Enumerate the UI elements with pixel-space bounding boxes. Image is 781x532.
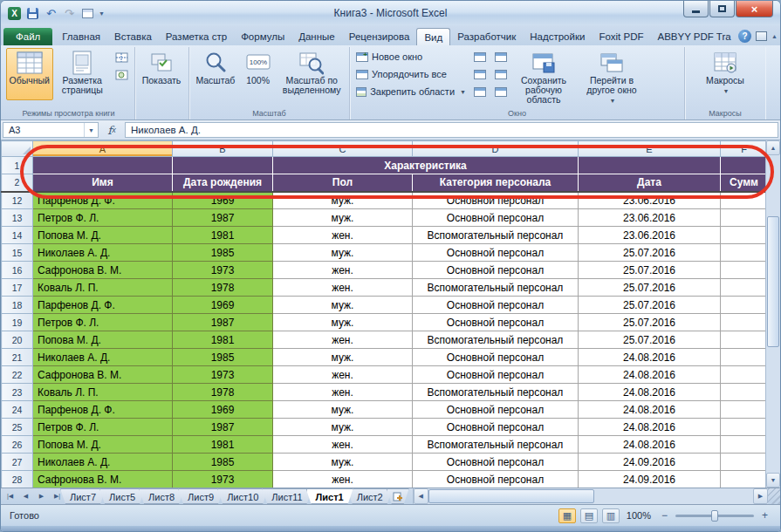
cell-year[interactable]: 1985 (173, 244, 273, 262)
cell-date[interactable]: 24.08.2016 (579, 384, 721, 401)
header-cell-category[interactable]: Категория персонала (413, 174, 579, 192)
cell-gender[interactable]: муж. (273, 419, 413, 436)
cell-gender[interactable]: жен. (273, 384, 413, 401)
tab-file[interactable]: Файл (3, 28, 52, 45)
sheet-tab-list10[interactable]: Лист10 (217, 488, 268, 504)
header-cell-sum[interactable]: Сумм (721, 174, 768, 192)
cell-year[interactable]: 1978 (173, 384, 273, 401)
cell-category[interactable]: Основной персонал (413, 209, 579, 227)
cell-sum[interactable] (721, 419, 768, 436)
scroll-right-icon[interactable]: ▶ (753, 488, 768, 504)
help-button[interactable]: ? (738, 30, 751, 43)
scroll-left-icon[interactable]: ◀ (414, 488, 428, 504)
quick-print-icon[interactable] (80, 6, 95, 21)
header-cell-date[interactable]: Дата (579, 174, 721, 192)
cell-date[interactable]: 23.06.2016 (579, 192, 721, 209)
reset-window-position-button[interactable] (491, 84, 510, 100)
sheet-tab-list1[interactable]: Лист1 (306, 488, 353, 504)
cell-category[interactable]: Вспомогательный персонал (413, 384, 579, 401)
cell-date[interactable]: 24.08.2016 (579, 366, 721, 384)
column-header-C[interactable]: C (273, 141, 413, 157)
cell-gender[interactable]: муж. (273, 297, 413, 314)
zoom-to-selection-button[interactable]: Масштаб по выделенному (277, 48, 346, 100)
cell-name[interactable]: Петров Ф. Л. (33, 419, 173, 436)
unhide-window-button[interactable] (470, 84, 490, 100)
cell-name[interactable]: Петров Ф. Л. (33, 314, 173, 331)
cell-year[interactable]: 1969 (173, 297, 273, 314)
column-header-E[interactable]: E (579, 141, 721, 157)
cell-sum[interactable] (721, 314, 768, 331)
cell-date[interactable]: 23.06.2016 (579, 227, 721, 244)
header-cell-birth[interactable]: Дата рождения (173, 174, 273, 192)
row-header[interactable]: 1 (2, 157, 33, 174)
cell-category[interactable]: Основной персонал (413, 401, 579, 419)
cell-year[interactable]: 1981 (173, 227, 273, 244)
macros-button[interactable]: Макросы ▼ (700, 48, 750, 100)
sheet-tab-list11[interactable]: Лист11 (262, 488, 312, 504)
row-header[interactable]: 25 (2, 419, 33, 436)
cell-category[interactable]: Основной персонал (413, 244, 579, 262)
cell[interactable] (173, 157, 273, 174)
cell-category[interactable]: Основной персонал (413, 419, 579, 436)
cell[interactable] (721, 157, 768, 174)
row-header[interactable]: 18 (2, 297, 33, 314)
cell-gender[interactable]: жен. (273, 366, 413, 384)
cell-category[interactable]: Основной персонал (413, 454, 579, 471)
show-button[interactable]: Показать (139, 48, 184, 100)
row-header[interactable]: 15 (2, 244, 33, 262)
merged-header-cell[interactable]: Характеристика (273, 157, 579, 174)
row-header[interactable]: 13 (2, 209, 33, 227)
cell-name[interactable]: Николаев А. Д. (33, 349, 173, 366)
cell-category[interactable]: Основной персонал (413, 314, 579, 331)
zoom-button[interactable]: Масштаб (193, 48, 238, 100)
column-header-D[interactable]: D (413, 141, 579, 157)
synchronous-scrolling-button[interactable] (491, 66, 510, 83)
close-button[interactable]: × (736, 1, 773, 17)
vertical-scroll-thumb[interactable] (767, 216, 779, 347)
cell-gender[interactable]: муж. (273, 192, 413, 209)
vertical-scrollbar[interactable]: ▲ ▼ (765, 140, 780, 488)
cell-date[interactable]: 25.07.2016 (579, 279, 721, 297)
insert-worksheet-tab[interactable] (387, 488, 409, 504)
row-header[interactable]: 21 (2, 349, 33, 366)
cell-sum[interactable] (721, 279, 768, 297)
page-layout-view-button[interactable]: Разметка страницы (55, 48, 110, 100)
cell-gender[interactable]: муж. (273, 244, 413, 262)
cell-date[interactable]: 24.08.2016 (579, 349, 721, 366)
cell[interactable] (33, 157, 173, 174)
tab-view[interactable]: Вид (416, 28, 450, 45)
cell-gender[interactable]: жен. (273, 471, 413, 488)
custom-views-button[interactable] (112, 66, 131, 83)
tab-review[interactable]: Рецензирова (342, 28, 417, 45)
cell-year[interactable]: 1985 (173, 454, 273, 471)
cell-date[interactable]: 25.07.2016 (579, 262, 721, 279)
tab-formulas[interactable]: Формулы (234, 28, 291, 45)
cell-category[interactable]: Вспомогательный персонал (413, 436, 579, 454)
column-header-F[interactable]: F (721, 141, 768, 157)
new-window-button[interactable]: Новое окно (353, 48, 469, 65)
cell-year[interactable]: 1969 (173, 401, 273, 419)
cell-gender[interactable]: жен. (273, 331, 413, 349)
cell-year[interactable]: 1973 (173, 366, 273, 384)
cell-category[interactable]: Вспомогательный персонал (413, 279, 579, 297)
cell-year[interactable]: 1987 (173, 209, 273, 227)
cell-gender[interactable]: муж. (273, 349, 413, 366)
cell-name[interactable]: Попова М. Д. (33, 436, 173, 454)
arrange-all-button[interactable]: Упорядочить все (353, 65, 469, 83)
cell-sum[interactable] (721, 192, 768, 209)
cell-category[interactable]: Основной персонал (413, 349, 579, 366)
cell-sum[interactable] (721, 401, 768, 419)
cell-date[interactable]: 23.06.2016 (579, 209, 721, 227)
tab-foxit-pdf[interactable]: Foxit PDF (592, 28, 650, 45)
row-header[interactable]: 14 (2, 227, 33, 244)
cell-year[interactable]: 1985 (173, 349, 273, 366)
cell-name[interactable]: Николаев А. Д. (33, 244, 173, 262)
cell-sum[interactable] (721, 331, 768, 349)
restore-workbook-icon[interactable] (756, 31, 767, 41)
header-cell-gender[interactable]: Пол (273, 174, 413, 192)
switch-windows-button[interactable]: Перейти в другое окно ▼ (577, 48, 647, 100)
cell-category[interactable]: Основной персонал (413, 297, 579, 314)
cell-category[interactable]: Основной персонал (413, 192, 579, 209)
cell-name[interactable]: Попова М. Д. (33, 331, 173, 349)
cell-sum[interactable] (721, 454, 768, 471)
